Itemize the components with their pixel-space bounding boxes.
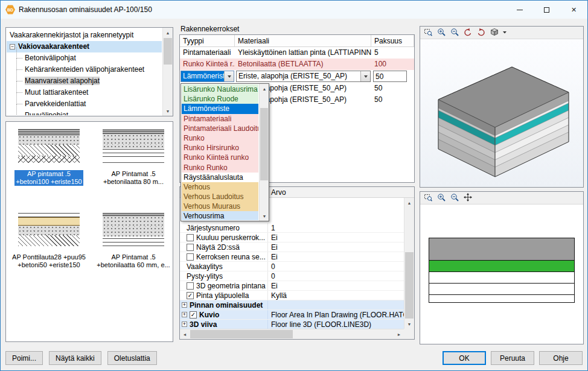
layer-material-combobox[interactable]: Eriste, alapohja (ERISTE_50_AP) xyxy=(236,71,371,82)
scroll-right-icon[interactable]: ► xyxy=(394,329,404,339)
thumbnail-image xyxy=(18,129,80,163)
minimize-button[interactable] xyxy=(506,1,533,19)
rotate-right-button[interactable] xyxy=(475,27,487,38)
column-header-materiaali[interactable]: Materiaali xyxy=(235,35,371,46)
collapse-icon[interactable]: − xyxy=(10,44,15,49)
checkbox[interactable] xyxy=(187,234,194,241)
property-row-pinnan-ominaisuudet[interactable]: +Pinnan ominaisuudet xyxy=(180,300,404,310)
property-row-3d-geometria-pintana[interactable]: 3D geometria pintanaEi xyxy=(180,281,404,291)
dropdown-item-verhous-laudoitus[interactable]: Verhous Laudoitus xyxy=(182,192,258,201)
scroll-down-icon[interactable]: ▼ xyxy=(404,319,414,329)
property-row-pinta-ylapuolella[interactable]: ✓Pinta yläpuolellaKyllä xyxy=(180,291,404,300)
zoom-out-button[interactable] xyxy=(449,192,461,203)
expand-plus-icon[interactable]: + xyxy=(182,302,187,308)
scroll-up-icon[interactable]: ▲ xyxy=(260,84,269,94)
scroll-down-icon[interactable]: ▼ xyxy=(260,211,269,221)
tree-item-betonivalipohjat[interactable]: Betonivälipohjat xyxy=(7,52,162,64)
property-grid-hscrollbar[interactable]: ◄ ► xyxy=(180,329,404,339)
combo-arrow-button[interactable] xyxy=(360,71,370,81)
tree-item-header[interactable]: Vaakarakennekirjastot ja rakennetyypit xyxy=(7,30,162,41)
scrollbar-thumb[interactable] xyxy=(405,252,414,319)
scroll-up-icon[interactable]: ▲ xyxy=(163,28,173,37)
zoom-in-button[interactable] xyxy=(435,27,447,38)
dropdown-item-raystaanaluslauta[interactable]: Räystäänaluslauta xyxy=(182,173,258,182)
layer-row[interactable]: PintamateriaaliYleiskäyttöinen lattian p… xyxy=(180,47,414,59)
viewport-2d xyxy=(420,191,584,344)
zoom-in-button[interactable] xyxy=(435,192,447,203)
ohje-button[interactable]: Ohje xyxy=(539,351,583,365)
tree-item-parvekkeidenlattiat[interactable]: Parvekkeidenlattiat xyxy=(7,98,162,110)
dropdown-item-lisarunko-naulausrima[interactable]: Lisärunko Naulausrima xyxy=(182,84,258,94)
title-bar[interactable]: BD Rakennusosan ominaisuudet AP-100/150 … xyxy=(1,1,587,19)
column-header-tyyppi[interactable]: Tyyppi xyxy=(180,35,235,46)
tree-item-keharankenteiden-valipohjarakenteet[interactable]: Kehärankenteiden välipohjarakenteet xyxy=(7,64,162,75)
thumbnail-item[interactable]: AP Pintamat .5+betonilaatta 80 m... xyxy=(94,129,173,186)
property-grid-vscrollbar[interactable]: ▲ ▼ xyxy=(404,198,414,329)
dropdown-scrollbar[interactable]: ▲ ▼ xyxy=(259,84,269,221)
scrollbar-thumb[interactable] xyxy=(190,330,293,338)
dropdown-item-verhous[interactable]: Verhous xyxy=(182,182,258,192)
property-row-kerroksen-reuna-se[interactable]: Kerroksen reuna se...Ei xyxy=(180,252,404,262)
checkbox[interactable] xyxy=(187,244,194,251)
maximize-button[interactable] xyxy=(533,1,560,19)
property-row-kuvio[interactable]: +✓KuvioFloor Area In Plan Drawing (FLOOR… xyxy=(180,310,404,320)
peruuta-button[interactable]: Peruuta xyxy=(491,351,534,365)
scroll-down-icon[interactable]: ▼ xyxy=(163,106,173,116)
caret-down-button[interactable] xyxy=(502,27,508,38)
scrollbar-corner xyxy=(404,329,414,339)
scrollbar-thumb[interactable] xyxy=(260,108,268,180)
tree-item-puuvalipohjat[interactable]: Puuvälipohjat xyxy=(7,110,162,115)
dropdown-item-runko-hirsirunko[interactable]: Runko Hirsirunko xyxy=(182,143,258,153)
scroll-left-icon[interactable]: ◄ xyxy=(180,329,190,339)
dropdown-item-verhous-muuraus[interactable]: Verhous Muuraus xyxy=(182,201,258,211)
view-cube-button[interactable] xyxy=(488,27,500,38)
tree-item-muut-lattiarakenteet[interactable]: Muut lattiarakenteet xyxy=(7,87,162,98)
scrollbar-thumb[interactable] xyxy=(164,38,172,65)
poimi-button[interactable]: Poimi... xyxy=(5,351,43,365)
oletuslattia-button[interactable]: Oletuslattia xyxy=(107,351,157,365)
checkbox[interactable]: ✓ xyxy=(190,311,197,319)
dropdown-item-runko[interactable]: Runko xyxy=(182,133,258,143)
expand-plus-icon[interactable]: + xyxy=(182,322,187,327)
combo-arrow-button[interactable] xyxy=(224,71,234,81)
checkbox[interactable] xyxy=(187,253,194,261)
dropdown-item-lammoneriste[interactable]: Lämmöneriste xyxy=(182,104,258,113)
column-header-paksuus[interactable]: Paksuus xyxy=(371,35,414,46)
rotate-left-button[interactable] xyxy=(462,27,474,38)
scroll-up-icon[interactable]: ▲ xyxy=(404,198,414,208)
property-row-nayta-2d-ssa[interactable]: Näytä 2D:ssäEi xyxy=(180,243,404,252)
dropdown-item-runko-kiintea-runko[interactable]: Runko Kiinteä runko xyxy=(182,153,258,162)
thumbnail-item[interactable]: AP pintamat .5+betoni100 +eriste150 xyxy=(10,129,88,186)
property-row-vaakaylitys[interactable]: Vaakaylitys0 xyxy=(180,262,404,271)
tree-item-maanvaraiset-alapohjat[interactable]: Maanvaraiset alapohjat xyxy=(7,75,162,87)
viewport-3d-view[interactable] xyxy=(420,39,583,187)
dropdown-item-runko-runko[interactable]: Runko Runko xyxy=(182,163,258,173)
property-row-jarjestysnumero[interactable]: Järjestysnumero1 xyxy=(180,223,404,233)
thumbnail-item[interactable]: AP Ponttilauta28 +puu95+betoni50 +eriste… xyxy=(10,212,88,269)
zoom-out-button[interactable] xyxy=(449,27,461,38)
layer-row[interactable]: Runko Kiinteä r...Betonilaatta (BETLAATT… xyxy=(180,59,414,70)
tree-item-vakiovaakarakenteet[interactable]: − Vakiovaakarakenteet xyxy=(7,41,162,52)
dropdown-item-pintamateriaali-laudoitus[interactable]: Pintamateriaali Laudoitus xyxy=(182,124,258,133)
dropdown-item-pintamateriaali[interactable]: Pintamateriaali xyxy=(182,114,258,124)
checkbox[interactable]: ✓ xyxy=(187,292,194,299)
ok-button[interactable]: OK xyxy=(443,351,486,365)
dropdown-item-verhousrima[interactable]: Verhousrima xyxy=(182,211,258,220)
dropdown-item-lisarunko-ruode[interactable]: Lisärunko Ruode xyxy=(182,94,258,104)
nayta-kaikki-button[interactable]: Näytä kaikki xyxy=(49,351,101,365)
property-row-pysty-ylitys[interactable]: Pysty-ylitys0 xyxy=(180,271,404,281)
close-button[interactable]: ✕ xyxy=(560,1,587,19)
thumbnail-item[interactable]: AP Pintamat .5+betonilaatta 60 mm, e... xyxy=(94,212,173,269)
checkbox[interactable] xyxy=(187,282,194,290)
layer-type-combobox[interactable]: Lämmöneriste xyxy=(181,71,234,82)
tree-scrollbar[interactable]: ▲ ▼ xyxy=(162,28,173,116)
zoom-window-button[interactable] xyxy=(422,192,434,203)
property-label: Pysty-ylitys xyxy=(187,272,223,281)
property-row-kuuluu-peruskerrok[interactable]: Kuuluu peruskerrok...Ei xyxy=(180,233,404,243)
layer-thickness-input[interactable] xyxy=(373,71,407,82)
zoom-window-button[interactable] xyxy=(422,27,434,38)
property-row-3d-viiva[interactable]: +3D viivaFloor line 3D (FLOOR.LINE3D) xyxy=(180,320,404,329)
pan-button[interactable] xyxy=(462,192,474,203)
expand-plus-icon[interactable]: + xyxy=(182,312,187,317)
viewport-2d-view[interactable] xyxy=(420,205,583,344)
